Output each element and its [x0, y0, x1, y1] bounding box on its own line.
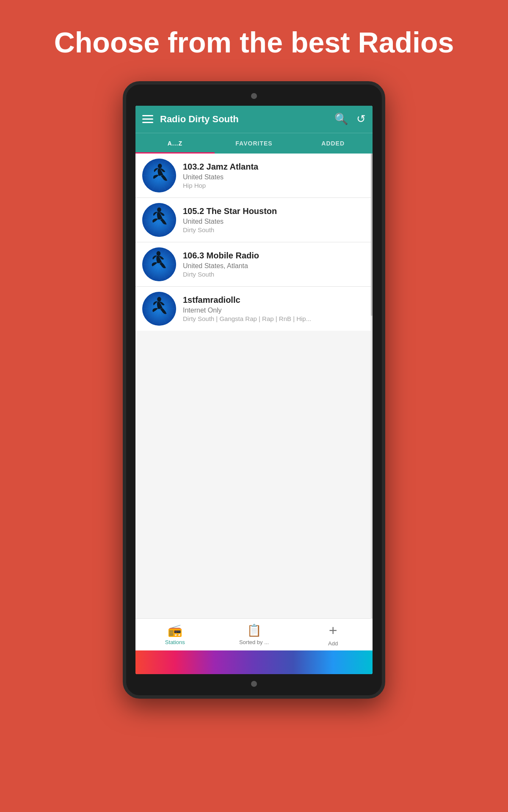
svg-point-53: [157, 251, 161, 255]
station-genre: Dirty South | Gangsta Rap | Rap | RnB | …: [183, 315, 366, 322]
tab-added[interactable]: ADDED: [293, 133, 373, 154]
search-icon[interactable]: 🔍: [334, 112, 348, 126]
nav-sorted-label: Sorted by ...: [239, 639, 269, 645]
station-info: 1stfamradiollc Internet Only Dirty South…: [183, 295, 366, 322]
station-avatar: [142, 292, 176, 326]
station-info: 106.3 Mobile Radio United States, Atlant…: [183, 251, 366, 278]
svg-point-17: [158, 164, 162, 168]
app-title: Radio Dirty South: [160, 114, 239, 125]
list-icon: 📋: [247, 623, 262, 637]
station-genre: Dirty South: [183, 271, 366, 278]
station-country: United States: [183, 173, 366, 181]
tab-favorites[interactable]: FAVORITES: [215, 133, 294, 154]
list-item[interactable]: 103.2 Jamz Atlanta United States Hip Hop: [135, 154, 373, 198]
station-info: 105.2 The Star Houston United States Dir…: [183, 206, 366, 233]
station-name: 105.2 The Star Houston: [183, 206, 366, 216]
scrollbar-thumb[interactable]: [371, 154, 373, 316]
nav-stations-label: Stations: [165, 639, 185, 645]
station-name: 103.2 Jamz Atlanta: [183, 162, 366, 172]
station-info: 103.2 Jamz Atlanta United States Hip Hop: [183, 162, 366, 189]
station-list: 103.2 Jamz Atlanta United States Hip Hop: [135, 154, 373, 331]
nav-stations[interactable]: 📻 Stations: [135, 619, 215, 650]
station-country: Internet Only: [183, 307, 366, 314]
menu-icon[interactable]: [142, 115, 153, 123]
station-list-wrapper: 103.2 Jamz Atlanta United States Hip Hop: [135, 154, 373, 618]
station-name: 106.3 Mobile Radio: [183, 251, 366, 261]
phone-screen: Radio Dirty South 🔍 ↺ A...Z FAVORITES AD…: [135, 106, 373, 674]
page-headline: Choose from the best Radios: [0, 0, 508, 81]
tab-az[interactable]: A...Z: [135, 133, 215, 154]
station-country: United States, Atlanta: [183, 262, 366, 270]
svg-point-35: [157, 207, 161, 212]
station-avatar: [142, 247, 176, 281]
tablet-device: Radio Dirty South 🔍 ↺ A...Z FAVORITES AD…: [123, 81, 385, 699]
station-country: United States: [183, 218, 366, 225]
station-name: 1stfamradiollc: [183, 295, 366, 305]
tabs-bar: A...Z FAVORITES ADDED: [135, 133, 373, 154]
nav-sorted[interactable]: 📋 Sorted by ...: [215, 619, 294, 650]
station-avatar: [142, 203, 176, 237]
nav-add[interactable]: + Add: [293, 619, 373, 650]
radio-icon: 📻: [168, 623, 182, 637]
refresh-icon[interactable]: ↺: [356, 112, 366, 126]
nav-add-label: Add: [328, 640, 338, 647]
svg-point-71: [157, 297, 161, 302]
station-genre: Dirty South: [183, 226, 366, 233]
scrollbar-track: [371, 154, 373, 618]
add-icon: +: [329, 622, 337, 639]
app-header: Radio Dirty South 🔍 ↺: [135, 106, 373, 133]
list-item[interactable]: 1stfamradiollc Internet Only Dirty South…: [135, 287, 373, 331]
station-genre: Hip Hop: [183, 182, 366, 189]
tablet-dot-top: [251, 93, 257, 99]
list-item[interactable]: 105.2 The Star Houston United States Dir…: [135, 198, 373, 242]
header-left: Radio Dirty South: [142, 114, 239, 125]
bottom-nav: 📻 Stations 📋 Sorted by ... + Add: [135, 618, 373, 650]
station-avatar: [142, 159, 176, 192]
list-item[interactable]: 106.3 Mobile Radio United States, Atlant…: [135, 242, 373, 287]
header-icons: 🔍 ↺: [334, 112, 366, 126]
tablet-dot-bottom: [251, 681, 257, 687]
ad-banner: [135, 650, 373, 674]
